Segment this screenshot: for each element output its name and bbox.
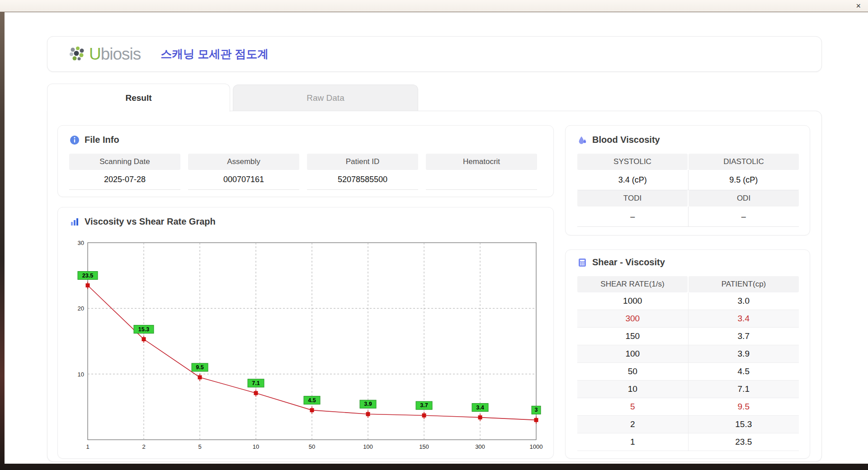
svg-text:5: 5 [198, 443, 201, 450]
svg-text:9.5: 9.5 [196, 364, 203, 371]
table-row: 504.5 [577, 363, 799, 381]
file-info-fields: Scanning Date 2025-07-28 Assembly 000707… [69, 154, 537, 190]
info-icon [70, 135, 80, 145]
field-label: Scanning Date [69, 154, 180, 170]
shear-viscosity-card: Shear - Viscosity SHEAR RATE(1/s) PATIEN… [565, 249, 810, 459]
field-value: 52078585500 [307, 170, 418, 190]
field-value: 2025-07-28 [69, 170, 180, 190]
table-row: 107.1 [577, 381, 799, 398]
bv-header-row: SYSTOLIC DIASTOLIC [577, 154, 799, 170]
table-row: 1003.9 [577, 345, 799, 363]
patient-viscosity-value: 23.5 [688, 433, 799, 451]
file-info-title: File Info [85, 135, 119, 145]
svg-text:10: 10 [78, 371, 84, 378]
logo-dots-icon [68, 46, 86, 62]
svg-text:10: 10 [253, 443, 259, 450]
graph-title-row: Viscosity vs Shear Rate Graph [58, 207, 553, 227]
svg-text:3.7: 3.7 [420, 402, 428, 409]
svg-text:150: 150 [419, 443, 429, 450]
ubiosis-logo: Ubiosis [68, 45, 141, 64]
blood-viscosity-card: Blood Viscosity SYSTOLIC DIASTOLIC 3.4 (… [565, 125, 810, 235]
field-label: Assembly [188, 154, 299, 170]
svg-text:3.4: 3.4 [476, 404, 484, 411]
tab-raw-data-label: Raw Data [307, 93, 344, 103]
svg-text:1: 1 [86, 443, 89, 450]
svg-text:15.3: 15.3 [138, 326, 149, 333]
blood-viscosity-title: Blood Viscosity [592, 135, 660, 145]
bar-chart-icon [70, 217, 80, 227]
table-row: 123.5 [577, 433, 799, 451]
svg-text:100: 100 [363, 443, 373, 450]
todi-header: TODI [577, 190, 688, 207]
diastolic-header: DIASTOLIC [689, 154, 799, 170]
viscosity-chart: 1020301251050100150300100023.515.39.57.1… [67, 233, 545, 455]
shear-viscosity-title: Shear - Viscosity [592, 257, 665, 268]
field-assembly: Assembly 000707161 [188, 154, 299, 190]
field-hematocrit: Hematocrit [426, 154, 537, 190]
tab-raw-data[interactable]: Raw Data [233, 85, 418, 111]
field-value [426, 170, 537, 190]
diastolic-value: 9.5 (cP) [688, 170, 799, 190]
svg-text:50: 50 [309, 443, 315, 450]
shear-rate-value: 1000 [577, 292, 688, 310]
svg-text:20: 20 [78, 305, 84, 312]
patient-viscosity-value: 15.3 [688, 416, 799, 433]
systolic-header: SYSTOLIC [577, 154, 688, 170]
table-row: 1503.7 [577, 328, 799, 345]
blood-viscosity-grid: SYSTOLIC DIASTOLIC 3.4 (cP) 9.5 (cP) TOD… [577, 154, 799, 227]
field-patient-id: Patient ID 52078585500 [307, 154, 418, 190]
field-label: Patient ID [307, 154, 418, 170]
svg-text:300: 300 [475, 443, 485, 450]
table-row: 59.5 [577, 398, 799, 416]
window-titlebar: × [0, 0, 868, 12]
svg-text:3.9: 3.9 [364, 401, 372, 407]
file-info-card: File Info Scanning Date 2025-07-28 Assem… [57, 125, 554, 197]
bv-value-row: 3.4 (cP) 9.5 (cP) [577, 170, 799, 190]
field-label: Hematocrit [426, 154, 537, 170]
app-title: 스캐닝 모세관 점도계 [160, 47, 269, 61]
patient-viscosity-value: 9.5 [688, 398, 799, 415]
shear-rate-value: 150 [577, 328, 688, 345]
shear-table-body: 10003.03003.41503.71003.9504.5107.159.52… [577, 292, 799, 451]
app-header: Ubiosis 스캐닝 모세관 점도계 [47, 36, 822, 72]
shear-rate-value: 300 [577, 310, 688, 327]
odi-header: ODI [689, 190, 799, 207]
svg-text:2: 2 [142, 443, 145, 450]
field-scanning-date: Scanning Date 2025-07-28 [69, 154, 180, 190]
field-value: 000707161 [188, 170, 299, 190]
table-row: 3003.4 [577, 310, 799, 328]
patient-viscosity-value: 4.5 [688, 363, 799, 380]
shear-rate-value: 50 [577, 363, 688, 380]
table-row: 10003.0 [577, 292, 799, 310]
logo-text: Ubiosis [89, 45, 141, 64]
table-row: 215.3 [577, 416, 799, 433]
patient-viscosity-value: 3.7 [688, 328, 799, 345]
shear-rate-value: 100 [577, 345, 688, 362]
todi-value: – [577, 207, 688, 226]
svg-text:7.1: 7.1 [252, 380, 259, 386]
svg-text:4.5: 4.5 [308, 397, 316, 404]
viscosity-graph-card: Viscosity vs Shear Rate Graph 1020301251… [57, 207, 554, 459]
svg-text:1000: 1000 [530, 443, 543, 450]
file-info-title-row: File Info [58, 126, 553, 145]
svg-text:30: 30 [78, 240, 84, 246]
graph-title: Viscosity vs Shear Rate Graph [85, 216, 216, 227]
shear-rate-value: 10 [577, 381, 688, 398]
sv-header-row: SHEAR RATE(1/s) PATIENT(cp) [577, 276, 799, 292]
shear-rate-value: 2 [577, 416, 688, 433]
close-icon[interactable]: × [856, 1, 861, 11]
calculator-icon [577, 258, 587, 268]
shear-rate-value: 5 [577, 398, 688, 415]
patient-column-header: PATIENT(cp) [689, 276, 799, 292]
svg-text:3: 3 [535, 407, 538, 413]
patient-viscosity-value: 3.0 [688, 292, 799, 310]
bv-value-row-2: – – [577, 207, 799, 227]
svg-text:23.5: 23.5 [82, 273, 93, 279]
result-panel: File Info Scanning Date 2025-07-28 Assem… [47, 111, 822, 462]
droplet-icon [577, 135, 587, 145]
shear-viscosity-table: SHEAR RATE(1/s) PATIENT(cp) 10003.03003.… [577, 276, 799, 451]
shear-rate-column-header: SHEAR RATE(1/s) [577, 276, 688, 292]
patient-viscosity-value: 7.1 [688, 381, 799, 398]
bv-header-row-2: TODI ODI [577, 190, 799, 207]
tab-result[interactable]: Result [47, 84, 230, 112]
